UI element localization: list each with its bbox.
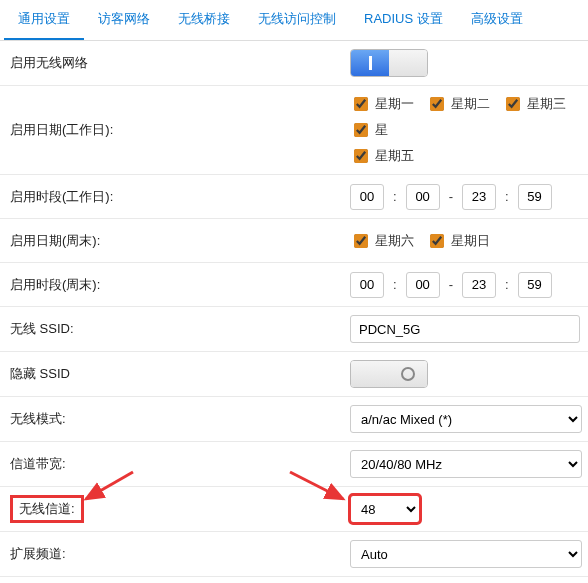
colon: : [502,189,512,204]
row-channel: 无线信道: 48 [0,487,588,532]
tab-advanced[interactable]: 高级设置 [457,0,537,40]
select-ext-channel[interactable]: Auto [350,540,582,568]
highlight-channel-label: 无线信道: [10,495,84,523]
label-ssid: 无线 SSID: [10,320,350,338]
input-we-h1[interactable] [350,272,384,298]
chk-label: 星期三 [527,95,566,113]
chk-sat[interactable]: 星期六 [350,231,414,251]
colon: : [502,277,512,292]
chk-fri[interactable]: 星期五 [350,146,572,166]
checkbox-fri[interactable] [354,149,368,163]
row-time-weekend: 启用时段(周末): : - : [0,263,588,307]
label-enable-wireless: 启用无线网络 [10,54,350,72]
chk-label: 星 [375,121,388,139]
toggle-enable-wireless[interactable] [350,49,428,77]
input-wd-m1[interactable] [406,184,440,210]
toggle-hide-ssid[interactable] [350,360,428,388]
dash: - [446,277,456,292]
label-mode: 无线模式: [10,410,350,428]
chk-sun[interactable]: 星期日 [426,231,490,251]
label-hide-ssid: 隐藏 SSID [10,365,350,383]
label-bandwidth: 信道带宽: [10,455,350,473]
select-channel[interactable]: 48 [350,495,420,523]
chk-label: 星期一 [375,95,414,113]
row-time-workday: 启用时段(工作日): : - : [0,175,588,219]
label-time-workday: 启用时段(工作日): [10,188,350,206]
input-we-m1[interactable] [406,272,440,298]
chk-mon[interactable]: 星期一 [350,94,414,114]
tab-guest[interactable]: 访客网络 [84,0,164,40]
checkbox-mon[interactable] [354,97,368,111]
row-ssid: 无线 SSID: [0,307,588,352]
checkbox-sun[interactable] [430,234,444,248]
input-wd-h2[interactable] [462,184,496,210]
chk-wed[interactable]: 星期三 [502,94,566,114]
input-ssid[interactable] [350,315,580,343]
row-ext-channel: 扩展频道: Auto [0,532,588,577]
input-we-h2[interactable] [462,272,496,298]
dash: - [446,189,456,204]
row-mode: 无线模式: a/n/ac Mixed (*) [0,397,588,442]
row-bandwidth: 信道带宽: 20/40/80 MHz [0,442,588,487]
tab-bar: 通用设置 访客网络 无线桥接 无线访问控制 RADIUS 设置 高级设置 [0,0,588,41]
label-channel: 无线信道: [10,495,350,523]
row-hide-ssid: 隐藏 SSID [0,352,588,397]
colon: : [390,277,400,292]
tab-acl[interactable]: 无线访问控制 [244,0,350,40]
label-ext-channel: 扩展频道: [10,545,350,563]
label-days-weekend: 启用日期(周末): [10,232,350,250]
checkbox-tue[interactable] [430,97,444,111]
input-we-m2[interactable] [518,272,552,298]
row-days-workday: 启用日期(工作日): 星期一 星期二 星期三 星 星期五 [0,86,588,175]
checkbox-wed[interactable] [506,97,520,111]
row-enable-wireless: 启用无线网络 [0,41,588,86]
chk-tue[interactable]: 星期二 [426,94,490,114]
checkbox-sat[interactable] [354,234,368,248]
colon: : [390,189,400,204]
checkbox-thu[interactable] [354,123,368,137]
row-fixed-rate: 固定发射速率连接模式: 否 (*) [0,577,588,583]
tab-radius[interactable]: RADIUS 设置 [350,0,457,40]
tab-general[interactable]: 通用设置 [4,0,84,40]
tab-bridge[interactable]: 无线桥接 [164,0,244,40]
chk-label: 星期二 [451,95,490,113]
chk-label: 星期五 [375,147,414,165]
input-wd-m2[interactable] [518,184,552,210]
chk-label: 星期日 [451,232,490,250]
label-time-weekend: 启用时段(周末): [10,276,350,294]
chk-label: 星期六 [375,232,414,250]
chk-thu[interactable]: 星 [350,120,388,140]
label-days-workday: 启用日期(工作日): [10,121,350,139]
row-days-weekend: 启用日期(周末): 星期六 星期日 [0,219,588,263]
select-bandwidth[interactable]: 20/40/80 MHz [350,450,582,478]
input-wd-h1[interactable] [350,184,384,210]
select-mode[interactable]: a/n/ac Mixed (*) [350,405,582,433]
